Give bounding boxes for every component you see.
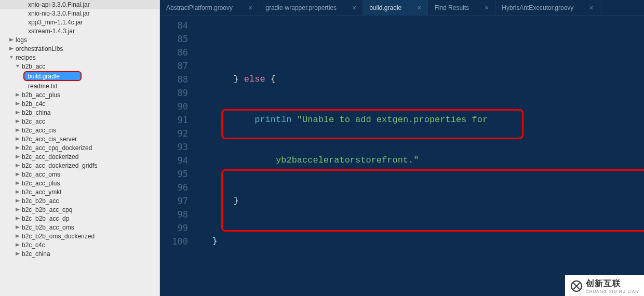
tree-item-build-gradle[interactable]: build.gradle: [23, 71, 82, 81]
caret-right-icon[interactable]: ▶: [15, 251, 21, 256]
close-icon[interactable]: ×: [417, 4, 421, 12]
tree-item-b2b-c4c[interactable]: ▶b2b_c4c: [0, 99, 159, 108]
caret-right-icon[interactable]: ▶: [15, 207, 21, 212]
keyword-else: else: [244, 74, 265, 84]
line-number: 92: [160, 127, 188, 140]
caret-right-icon[interactable]: ▶: [15, 110, 21, 115]
code-area: 84858687888990919293949596979899100 } el…: [160, 16, 644, 296]
tab-hybrisantexecutor-groovy[interactable]: HybrisAntExecutor.groovy×: [495, 0, 600, 15]
caret-right-icon[interactable]: ▶: [15, 243, 21, 247]
tree-item-b2c-acc-cis[interactable]: ▶b2c_acc_cis: [0, 126, 159, 134]
tree-item-orchestrationlibs[interactable]: ▶orchestrationLibs: [0, 44, 159, 53]
code-content[interactable]: } else { println "Unable to add extgen.p…: [196, 16, 644, 296]
tree-item-label: b2c_b2b_acc_cpq: [21, 206, 72, 213]
caret-down-icon[interactable]: ▼: [8, 55, 15, 60]
tree-item-label: b2c_b2b_oms_dockerized: [21, 233, 95, 240]
line-number: 94: [160, 154, 188, 167]
caret-right-icon[interactable]: ▶: [15, 92, 21, 97]
tree-item-xnio-nio-3-3-0-final-jar[interactable]: xnio-nio-3.3.0.Final.jar: [0, 9, 159, 18]
tree-item-label: b2c_c4c: [21, 241, 45, 249]
tree-item-label: b2b_acc: [21, 63, 45, 70]
watermark-subtext: CHUANG XIN HU LIAN: [586, 289, 639, 294]
tab-label: Find Results: [434, 4, 469, 11]
editor-tabs: AbstractPlatform.groovy×gradle-wrapper.p…: [160, 0, 644, 16]
tree-item-label: b2c_b2b_acc_dp: [21, 215, 69, 222]
tree-item-label: b2c_acc_ymkt: [21, 189, 62, 196]
tree-item-b2c-china[interactable]: ▶b2c_china: [0, 249, 159, 258]
tree-item-b2c-acc-plus[interactable]: ▶b2c_acc_plus: [0, 179, 159, 187]
close-icon[interactable]: ×: [485, 4, 489, 12]
tree-item-b2c-b2b-oms-dockerized[interactable]: ▶b2c_b2b_oms_dockerized: [0, 232, 159, 240]
tab-label: build.gradle: [369, 4, 401, 11]
close-icon[interactable]: ×: [352, 4, 356, 12]
tree-item-readme-txt[interactable]: readme.txt: [0, 82, 159, 90]
line-number: 97: [160, 194, 188, 208]
tree-item-b2c-acc-dockerized-gridfs[interactable]: ▶b2c_acc_dockerized_gridfs: [0, 161, 159, 170]
caret-right-icon[interactable]: ▶: [15, 172, 21, 177]
caret-right-icon[interactable]: ▶: [15, 145, 21, 150]
tree-item-label: b2c_acc_dockerized: [21, 153, 78, 160]
line-number: 87: [160, 59, 188, 73]
tree-item-recipes[interactable]: ▼recipes: [0, 53, 159, 62]
tree-item-b2b-china[interactable]: ▶b2b_china: [0, 108, 159, 117]
tree-item-label: b2c_b2b_acc_oms: [21, 224, 74, 231]
caret-right-icon[interactable]: ▶: [15, 128, 21, 132]
line-number: 90: [160, 100, 188, 113]
tree-item-label: logs: [15, 36, 27, 44]
caret-right-icon[interactable]: ▶: [8, 46, 15, 51]
tree-item-xpp3-min-1-1-4c-jar[interactable]: xpp3_min-1.1.4c.jar: [0, 18, 159, 26]
caret-right-icon[interactable]: ▶: [15, 181, 21, 185]
tab-abstractplatform-groovy[interactable]: AbstractPlatform.groovy×: [160, 0, 259, 15]
tree-item-label: orchestrationLibs: [15, 45, 63, 52]
line-number: 93: [160, 140, 188, 154]
tree-item-xnio-api-3-3-0-final-jar[interactable]: xnio-api-3.3.0.Final.jar: [0, 0, 159, 9]
caret-right-icon[interactable]: ▶: [15, 234, 21, 238]
caret-right-icon[interactable]: ▶: [15, 190, 21, 194]
tab-label: AbstractPlatform.groovy: [166, 4, 233, 11]
tree-item-label: b2c_china: [21, 250, 50, 258]
file-tree-sidebar[interactable]: xnio-api-3.3.0.Final.jarxnio-nio-3.3.0.F…: [0, 0, 160, 296]
tab-find-results[interactable]: Find Results×: [428, 0, 495, 15]
tree-item-label: b2c_acc_plus: [21, 180, 60, 187]
line-number: 86: [160, 46, 188, 59]
tree-item-label: b2c_acc_cis_server: [21, 136, 77, 143]
tree-item-b2c-acc-oms[interactable]: ▶b2c_acc_oms: [0, 170, 159, 179]
line-number: 88: [160, 73, 188, 86]
tree-item-b2c-acc[interactable]: ▶b2c_acc: [0, 117, 159, 126]
tree-item-b2b-acc-plus[interactable]: ▶b2b_acc_plus: [0, 90, 159, 99]
tree-item-b2c-b2b-acc-dp[interactable]: ▶b2c_b2b_acc_dp: [0, 214, 159, 223]
tree-item-label: b2c_acc_cis: [21, 127, 56, 134]
tree-item-b2c-c4c[interactable]: ▶b2c_c4c: [0, 240, 159, 249]
tree-item-b2c-acc-ymkt[interactable]: ▶b2c_acc_ymkt: [0, 187, 159, 196]
tab-gradle-wrapper-properties[interactable]: gradle-wrapper.properties×: [259, 0, 363, 15]
caret-down-icon[interactable]: ▼: [15, 64, 21, 69]
tree-item-b2c-acc-dockerized[interactable]: ▶b2c_acc_dockerized: [0, 152, 159, 161]
watermark-logo-icon: [570, 280, 583, 292]
tree-item-label: b2c_acc: [21, 118, 45, 125]
caret-right-icon[interactable]: ▶: [15, 216, 21, 221]
close-icon[interactable]: ×: [248, 4, 252, 12]
caret-right-icon[interactable]: ▶: [15, 119, 21, 124]
caret-right-icon[interactable]: ▶: [15, 163, 21, 168]
tree-item-b2c-acc-cis-server[interactable]: ▶b2c_acc_cis_server: [0, 134, 159, 143]
tree-item-label: readme.txt: [27, 83, 58, 90]
close-icon[interactable]: ×: [589, 4, 593, 12]
caret-right-icon[interactable]: ▶: [15, 154, 21, 159]
tree-item-logs[interactable]: ▶logs: [0, 35, 159, 44]
tree-item-b2c-b2b-acc-cpq[interactable]: ▶b2c_b2b_acc_cpq: [0, 205, 159, 214]
caret-right-icon[interactable]: ▶: [15, 225, 21, 230]
caret-right-icon[interactable]: ▶: [15, 198, 21, 203]
caret-right-icon[interactable]: ▶: [8, 37, 15, 42]
string-literal: yb2bacceleratorstorefront.": [276, 155, 419, 165]
caret-right-icon[interactable]: ▶: [15, 101, 21, 106]
line-number: 84: [160, 19, 188, 32]
tree-item-b2c-b2b-acc[interactable]: ▶b2c_b2b_acc: [0, 196, 159, 205]
tree-item-xstream-1-4-3-jar[interactable]: xstream-1.4.3.jar: [0, 26, 159, 35]
tree-item-b2c-acc-cpq-dockerized[interactable]: ▶b2c_acc_cpq_dockerized: [0, 143, 159, 152]
code-token: }: [233, 74, 244, 84]
tab-build-gradle[interactable]: build.gradle×: [363, 0, 428, 15]
caret-right-icon[interactable]: ▶: [15, 137, 21, 141]
tree-item-label: b2c_acc_oms: [21, 171, 60, 178]
tree-item-b2c-b2b-acc-oms[interactable]: ▶b2c_b2b_acc_oms: [0, 223, 159, 232]
tree-item-b2b-acc[interactable]: ▼b2b_acc: [0, 62, 159, 71]
